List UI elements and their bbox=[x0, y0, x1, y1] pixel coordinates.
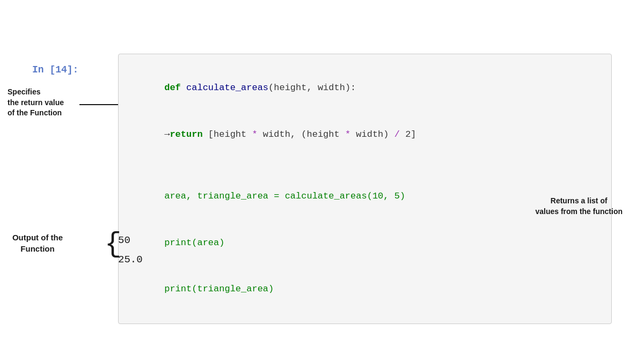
code-line-1: def calculate_areas(height, width): bbox=[131, 65, 598, 112]
output-label-text: Output of theFunction bbox=[12, 233, 63, 253]
code-line-4: area, triangle_area = calculate_areas(10… bbox=[131, 173, 598, 220]
operator-mult2: * bbox=[345, 129, 350, 139]
annotation-list-values: Returns a list ofvalues from the functio… bbox=[535, 196, 623, 217]
return-mid: width, (height bbox=[258, 129, 345, 139]
print-area: print(area) bbox=[164, 238, 224, 248]
output-value-2: 25.0 bbox=[118, 250, 143, 269]
keyword-return: return bbox=[170, 129, 202, 139]
main-container: In [14]: def calculate_areas(height, wid… bbox=[0, 0, 644, 338]
print-triangle: print(triangle_area) bbox=[164, 284, 274, 294]
assignment-line: area, triangle_area = calculate_areas(10… bbox=[164, 191, 405, 201]
function-name: calculate_areas bbox=[186, 83, 268, 93]
code-line-blank bbox=[131, 158, 598, 173]
code-line-2: →return [height * width, (height * width… bbox=[131, 112, 598, 158]
annotation-return-value: Specifiesthe return valueof the Function bbox=[8, 87, 77, 119]
annotation-list-text: Returns a list ofvalues from the functio… bbox=[535, 196, 623, 216]
annotation-return-text: Specifiesthe return valueof the Function bbox=[8, 87, 64, 117]
return-end: width) bbox=[350, 129, 394, 139]
in-label: In [14]: bbox=[32, 64, 78, 75]
fn-params: (height, width): bbox=[268, 83, 356, 93]
code-cell: def calculate_areas(height, width): →ret… bbox=[118, 54, 612, 324]
operator-mult1: * bbox=[252, 129, 257, 139]
arrow-right-char: → bbox=[164, 129, 170, 139]
return-bracket-open: [height bbox=[203, 129, 252, 139]
output-value-1: 50 bbox=[118, 231, 143, 250]
code-line-5: print(area) bbox=[131, 220, 598, 267]
keyword-def: def bbox=[164, 83, 186, 93]
operator-div: / bbox=[394, 129, 400, 139]
code-line-6: print(triangle_area) bbox=[131, 267, 598, 313]
output-section: 50 25.0 bbox=[118, 231, 143, 269]
output-label: Output of theFunction bbox=[5, 232, 70, 254]
return-bracket-close: 2] bbox=[400, 129, 416, 139]
